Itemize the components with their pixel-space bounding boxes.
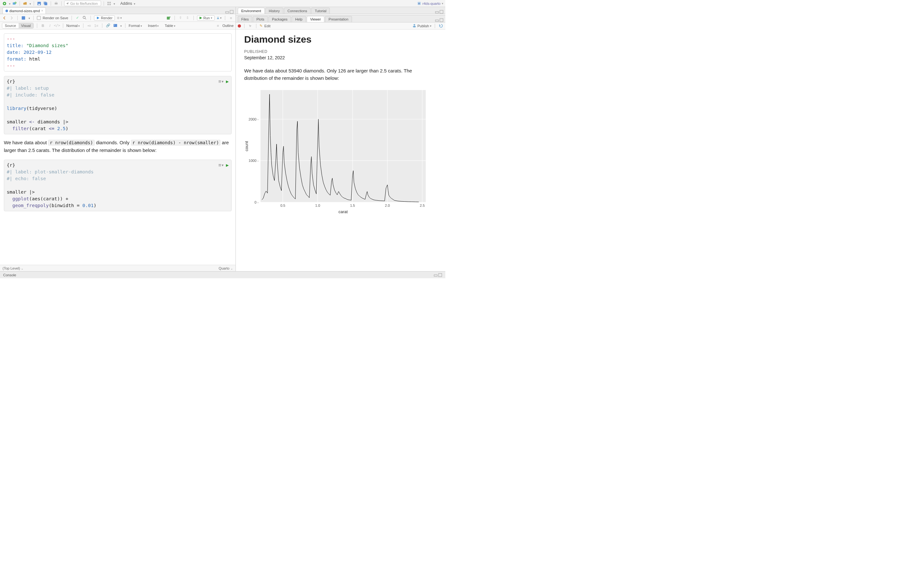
language-dropdown[interactable]: Quarto [219,266,233,270]
separator [19,1,20,6]
edit-pencil-icon[interactable]: ✎ [260,24,262,28]
table-menu[interactable]: Table [165,24,175,27]
tab-plots[interactable]: Plots [253,16,268,22]
new-file-icon[interactable] [2,1,7,6]
italic-icon[interactable]: I [47,23,53,28]
render-button[interactable]: Render [94,15,115,21]
svg-text:2.5: 2.5 [420,203,425,207]
new-file-dropdown[interactable] [8,1,11,6]
svg-rect-27 [435,20,439,21]
editor-window-controls[interactable] [225,10,234,14]
goto-file-function-input[interactable]: Go to file/function [64,1,101,6]
grid-dropdown[interactable] [113,1,115,6]
editor-pane: diamond-sizes.qmd × Render on Save ✓ [0,7,236,271]
svg-point-29 [413,26,416,27]
back-arrow-icon[interactable] [2,15,7,21]
save-all-icon[interactable] [43,1,48,6]
tab-history[interactable]: History [265,8,283,14]
addins-label: Addins [120,1,132,6]
chunk-run-icon[interactable]: ▶ [226,162,229,169]
svg-text:2000 -: 2000 - [249,117,259,121]
tab-tutorial[interactable]: Tutorial [311,8,330,14]
source-visual-toggle[interactable]: Source Visual [2,23,34,29]
outline-toggle-icon[interactable]: ≡ [228,15,234,21]
console-header[interactable]: Console [0,271,445,278]
tab-viewer[interactable]: Viewer [307,16,325,22]
save-doc-icon[interactable] [21,15,26,21]
svg-rect-10 [110,2,111,3]
run-button[interactable]: Run ▾ [197,15,215,21]
save-dropdown[interactable] [28,16,30,20]
viewer-content[interactable]: Diamond sizes PUBLISHED September 12, 20… [236,29,445,271]
visual-mode-btn[interactable]: Visual [19,23,33,28]
grid-icon[interactable] [107,1,111,6]
link-icon[interactable]: 🔗 [105,23,111,28]
publish-icon[interactable] [216,15,222,21]
find-icon[interactable] [82,15,87,21]
svg-rect-12 [110,3,111,5]
edit-label[interactable]: Edit [264,24,270,28]
close-tab-icon[interactable]: × [41,9,43,13]
publish-button[interactable]: Publish ▾ [412,24,431,28]
svg-text:R: R [418,2,420,5]
render-on-save-label: Render on Save [43,16,68,20]
tab-environment[interactable]: Environment [238,8,265,14]
editor-tab-active[interactable]: diamond-sizes.qmd × [3,7,46,14]
forward-arrow-icon[interactable] [9,15,14,21]
tab-packages[interactable]: Packages [268,16,291,22]
svg-point-18 [83,16,85,18]
go-next-chunk-icon[interactable]: ⇩ [185,15,190,21]
bullet-list-icon[interactable]: •≡ [87,23,92,28]
svg-rect-26 [440,10,443,13]
code-format-icon[interactable]: </> [55,23,60,28]
prose-paragraph[interactable]: We have data about r nrow(diamonds) diam… [4,139,232,154]
code-chunk-plot[interactable]: ≡▾ ▶{r} #| label: plot-smaller-diamonds … [4,160,232,211]
inline-code-2: r nrow(diamonds) - nrow(smaller) [131,140,221,145]
image-dropdown[interactable] [120,24,122,27]
new-project-icon[interactable] [12,1,17,6]
code-chunk-setup[interactable]: ≡▾ ▶{r} #| label: setup #| include: fals… [4,76,232,134]
chunk-run-above-icon[interactable]: ≡▾ [218,78,224,85]
svg-rect-11 [107,3,109,5]
project-menu[interactable]: R r4ds-quarto ▾ [417,1,443,5]
render-options-icon[interactable] [117,15,122,21]
tab-connections[interactable]: Connections [284,8,310,14]
bottom-pane-window-controls[interactable] [435,18,443,22]
svg-text:count: count [244,141,249,151]
tab-help[interactable]: Help [292,16,306,22]
insert-menu[interactable]: Insert [148,24,159,27]
save-icon[interactable] [37,1,42,6]
source-mode-btn[interactable]: Source [2,23,19,28]
document-title: Diamond sizes [244,34,437,45]
go-prev-chunk-icon[interactable]: ⇧ [178,15,183,21]
tab-files[interactable]: Files [238,16,252,22]
render-on-save-checkbox[interactable] [37,16,41,20]
scope-dropdown[interactable]: (Top Level) [3,266,23,270]
spellcheck-icon[interactable]: ✓ [75,15,80,21]
yaml-header-block[interactable]: --- title: "Diamond sizes" date: 2022-09… [4,33,232,71]
open-recent-dropdown[interactable] [29,1,31,6]
svg-text:0.5: 0.5 [280,203,285,207]
insert-chunk-icon[interactable] [166,15,171,21]
style-dropdown[interactable]: Normal [66,24,80,27]
image-insert-icon[interactable] [113,23,118,28]
tab-presentation[interactable]: Presentation [325,16,352,22]
refresh-icon[interactable] [438,23,443,29]
clear-viewer-icon[interactable] [248,23,253,29]
editor-content[interactable]: --- title: "Diamond sizes" date: 2022-09… [0,29,236,265]
top-pane-window-controls[interactable] [435,10,443,14]
stop-icon[interactable] [238,24,241,27]
console-window-controls[interactable] [434,273,442,277]
outline-icon[interactable]: ≡ [215,23,220,28]
numbered-list-icon[interactable]: 1≡ [94,23,99,28]
svg-rect-6 [45,2,47,5]
addins-menu[interactable]: Addins [120,1,136,6]
bold-icon[interactable]: B [40,23,45,28]
svg-rect-8 [55,2,57,3]
open-file-icon[interactable] [23,1,27,6]
goto-placeholder-text: Go to file/function [70,2,98,5]
print-icon[interactable] [53,1,59,6]
chunk-run-icon[interactable]: ▶ [226,78,229,85]
format-menu[interactable]: Format [129,24,142,27]
chunk-run-above-icon[interactable]: ≡▾ [218,162,224,169]
